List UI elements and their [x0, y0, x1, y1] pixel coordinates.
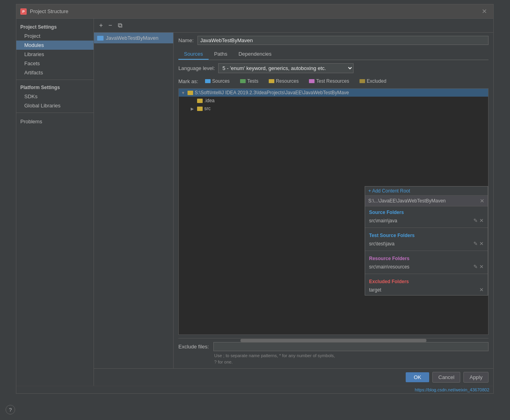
- mark-sources-label: Sources: [212, 78, 230, 84]
- tab-sources[interactable]: Sources: [178, 49, 209, 60]
- edit-source-folder-button[interactable]: ✎: [473, 218, 478, 224]
- horizontal-scrollbar[interactable]: [178, 338, 489, 342]
- source-folder-actions: ✎ ✕: [473, 218, 484, 224]
- excluded-folder-row: target ✕: [369, 286, 484, 294]
- mark-excluded-label: Excluded: [367, 78, 386, 84]
- test-resources-folder-icon: [309, 79, 315, 83]
- language-level-label: Language level:: [178, 65, 215, 71]
- sidebar-item-global-libraries[interactable]: Global Libraries: [16, 101, 94, 110]
- copy-module-button[interactable]: ⧉: [116, 21, 124, 30]
- tree-area[interactable]: ▼ S:\Soft\IntelliJ IDEA 2019.2.3\IdeaPro…: [178, 88, 489, 335]
- remove-test-source-button[interactable]: ✕: [479, 241, 484, 247]
- platform-settings-header: Platform Settings: [16, 82, 94, 92]
- tests-folder-icon: [240, 79, 246, 83]
- detail-panel: Name: Sources Paths Dependencies Languag…: [174, 33, 493, 368]
- project-structure-dialog: P Project Structure ✕ Project Settings P…: [16, 4, 494, 394]
- resource-folders-section: Resource Folders src\main\resources ✎ ✕: [365, 253, 488, 272]
- tab-paths[interactable]: Paths: [209, 49, 233, 60]
- tree-idea-label: .idea: [204, 98, 215, 103]
- sidebar-divider-2: [16, 113, 94, 113]
- sidebar-item-problems[interactable]: Problems: [16, 115, 94, 126]
- tree-root-item[interactable]: ▼ S:\Soft\IntelliJ IDEA 2019.2.3\IdeaPro…: [179, 89, 488, 97]
- window-title: Project Structure: [30, 8, 68, 14]
- apply-button[interactable]: Apply: [463, 372, 489, 383]
- remove-module-button[interactable]: −: [106, 21, 114, 30]
- mark-resources-label: Resources: [276, 78, 299, 84]
- exclude-files-label: Exclude files:: [178, 344, 210, 350]
- excluded-folder-icon: [360, 79, 365, 83]
- popup-divider-2: [365, 251, 488, 251]
- module-name-input[interactable]: [197, 36, 489, 45]
- popup-close-button[interactable]: ✕: [480, 198, 485, 204]
- resource-folder-path: src\main\resources: [369, 264, 409, 270]
- idea-folder-icon: [197, 99, 203, 103]
- language-level-select[interactable]: 5 - 'enum' keyword, generics, autoboxing…: [218, 63, 354, 73]
- name-label: Name:: [178, 37, 194, 43]
- resource-folder-actions: ✎ ✕: [473, 264, 484, 270]
- dialog-body: Project Settings Project Modules Librari…: [16, 19, 493, 386]
- remove-excluded-button[interactable]: ✕: [479, 287, 484, 293]
- tabs-row: Sources Paths Dependencies: [178, 49, 489, 60]
- root-folder-icon: [188, 91, 193, 95]
- source-folders-title: Source Folders: [369, 210, 484, 215]
- test-source-folders-section: Test Source Folders src\test\java ✎ ✕: [365, 229, 488, 249]
- add-content-root-button[interactable]: + Add Content Root: [365, 187, 488, 196]
- title-bar: P Project Structure ✕: [16, 4, 493, 19]
- sidebar: Project Settings Project Modules Librari…: [16, 19, 94, 386]
- sidebar-item-modules[interactable]: Modules: [16, 41, 94, 50]
- source-folder-path: src\main\java: [369, 218, 397, 224]
- edit-test-source-button[interactable]: ✎: [473, 241, 478, 247]
- tree-item-src[interactable]: ▶ src: [179, 105, 488, 113]
- remove-resource-button[interactable]: ✕: [479, 264, 484, 270]
- resource-folders-title: Resource Folders: [369, 256, 484, 261]
- title-bar-left: P Project Structure: [20, 8, 68, 15]
- tree-arrow-root: ▼: [181, 91, 186, 95]
- test-source-folder-row: src\test\java ✎ ✕: [369, 240, 484, 247]
- mark-excluded-button[interactable]: Excluded: [356, 77, 390, 85]
- sidebar-item-sdks[interactable]: SDKs: [16, 92, 94, 101]
- mark-sources-button[interactable]: Sources: [201, 77, 233, 85]
- tree-item-idea[interactable]: .idea: [179, 97, 488, 105]
- ok-button[interactable]: OK: [406, 372, 429, 382]
- project-settings-header: Project Settings: [16, 22, 94, 31]
- mark-test-resources-label: Test Resources: [316, 78, 349, 84]
- cancel-button[interactable]: Cancel: [432, 372, 460, 383]
- help-button[interactable]: ?: [6, 405, 15, 414]
- excluded-folder-actions: ✕: [479, 287, 484, 293]
- source-folders-section: Source Folders src\main\java ✎ ✕: [365, 206, 488, 226]
- language-level-row: Language level: 5 - 'enum' keyword, gene…: [178, 63, 489, 73]
- sidebar-item-project[interactable]: Project: [16, 31, 94, 41]
- tree-src-label: src: [204, 106, 211, 111]
- window-close-button[interactable]: ✕: [479, 7, 489, 16]
- mark-resources-button[interactable]: Resources: [265, 77, 302, 85]
- add-module-button[interactable]: +: [97, 21, 105, 30]
- sidebar-item-libraries[interactable]: Libraries: [16, 50, 94, 59]
- bottom-bar: OK Cancel Apply: [94, 368, 493, 386]
- test-source-folders-title: Test Source Folders: [369, 233, 484, 238]
- sidebar-item-artifacts[interactable]: Artifacts: [16, 68, 94, 77]
- tree-arrow-src: ▶: [191, 107, 195, 111]
- test-source-folder-path: src\test\java: [369, 241, 395, 247]
- popup-header: S:\...\JavaEE\JavaWebTestByMaven ✕: [365, 196, 488, 206]
- module-item-label: JavaWebTestByMaven: [106, 35, 158, 41]
- mark-as-label: Mark as:: [178, 78, 198, 84]
- src-folder-icon: [197, 107, 203, 111]
- remove-source-folder-button[interactable]: ✕: [479, 218, 484, 224]
- excluded-folders-title: Excluded Folders: [369, 279, 484, 284]
- edit-resource-button[interactable]: ✎: [473, 264, 478, 270]
- excluded-folders-section: Excluded Folders target ✕: [365, 276, 488, 295]
- tab-dependencies[interactable]: Dependencies: [233, 49, 277, 60]
- content-root-popup: + Add Content Root S:\...\JavaEE\JavaWeb…: [365, 186, 488, 296]
- app-icon: P: [20, 8, 27, 15]
- mark-as-row: Mark as: Sources Tests Resources: [178, 77, 489, 85]
- sidebar-item-facets[interactable]: Facets: [16, 59, 94, 68]
- module-item-javaweb[interactable]: JavaWebTestByMaven: [94, 33, 173, 43]
- module-list: JavaWebTestByMaven: [94, 33, 174, 368]
- sidebar-divider: [16, 80, 94, 80]
- resources-folder-icon: [269, 79, 274, 83]
- mark-tests-button[interactable]: Tests: [236, 77, 262, 85]
- exclude-files-input[interactable]: [213, 342, 489, 351]
- mark-test-resources-button[interactable]: Test Resources: [305, 77, 353, 85]
- exclude-files-row: Exclude files:: [178, 342, 489, 351]
- scrollbar-thumb: [240, 339, 426, 342]
